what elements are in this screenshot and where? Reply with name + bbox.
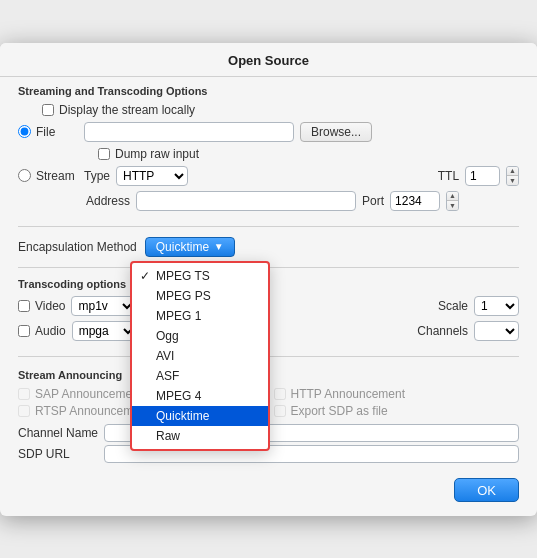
sdp-url-field-label: SDP URL [18, 447, 98, 461]
audio-checkbox-label[interactable]: Audio [18, 324, 66, 338]
http-announcement-label[interactable]: HTTP Announcement [274, 387, 520, 401]
display-stream-row: Display the stream locally [18, 103, 519, 117]
channel-name-field-label: Channel Name [18, 426, 98, 440]
stream-row: Stream Type HTTP UDP RTP TTL ▲ ▼ [18, 166, 519, 186]
http-announcement-checkbox[interactable] [274, 388, 286, 400]
display-stream-label[interactable]: Display the stream locally [42, 103, 195, 117]
address-input[interactable] [136, 191, 356, 211]
dropdown-item-mpeg-4[interactable]: MPEG 4 [132, 386, 268, 406]
dropdown-item-ogg[interactable]: Ogg [132, 326, 268, 346]
encapsulation-select-button[interactable]: Quicktime ▼ [145, 237, 235, 257]
streaming-section-title: Streaming and Transcoding Options [18, 85, 519, 97]
streaming-section: Streaming and Transcoding Options Displa… [0, 77, 537, 220]
file-row: File Browse... [18, 122, 519, 142]
export-sdp-checkbox[interactable] [274, 405, 286, 417]
file-radio-label[interactable]: File [18, 125, 78, 139]
video-codec-select[interactable]: mp1v [71, 296, 136, 316]
port-input[interactable] [390, 191, 440, 211]
ttl-input[interactable] [465, 166, 500, 186]
port-label: Port [362, 194, 384, 208]
bottom-row: OK [0, 470, 537, 502]
ttl-down[interactable]: ▼ [507, 176, 518, 185]
dump-raw-label[interactable]: Dump raw input [98, 147, 199, 161]
scale-select[interactable]: 1 [474, 296, 519, 316]
divider-1 [18, 226, 519, 227]
stream-radio[interactable] [18, 169, 31, 182]
address-label: Address [86, 194, 130, 208]
export-sdp-label[interactable]: Export SDP as file [274, 404, 520, 418]
audio-codec-select[interactable]: mpga [72, 321, 137, 341]
dropdown-item-avi[interactable]: AVI [132, 346, 268, 366]
browse-button[interactable]: Browse... [300, 122, 372, 142]
encapsulation-row: Encapsulation Method Quicktime ▼ MPEG TS… [0, 233, 537, 261]
dropdown-item-mpeg-ps[interactable]: MPEG PS [132, 286, 268, 306]
port-stepper[interactable]: ▲ ▼ [446, 191, 459, 211]
dropdown-item-mpeg-1[interactable]: MPEG 1 [132, 306, 268, 326]
type-label: Type [84, 169, 110, 183]
dump-raw-checkbox[interactable] [98, 148, 110, 160]
ttl-up[interactable]: ▲ [507, 167, 518, 177]
audio-checkbox[interactable] [18, 325, 30, 337]
sap-checkbox[interactable] [18, 388, 30, 400]
encapsulation-label: Encapsulation Method [18, 240, 137, 254]
address-row: Address Port ▲ ▼ [18, 191, 519, 211]
dialog-title: Open Source [0, 43, 537, 77]
dropdown-item-raw[interactable]: Raw [132, 426, 268, 446]
file-radio[interactable] [18, 125, 31, 138]
port-up[interactable]: ▲ [447, 192, 458, 202]
dump-raw-row: Dump raw input [18, 147, 519, 161]
dropdown-item-asf[interactable]: ASF [132, 366, 268, 386]
channels-select[interactable] [474, 321, 519, 341]
ttl-stepper[interactable]: ▲ ▼ [506, 166, 519, 186]
port-down[interactable]: ▼ [447, 201, 458, 210]
channels-label: Channels [417, 324, 468, 338]
rtsp-checkbox[interactable] [18, 405, 30, 417]
video-checkbox-label[interactable]: Video [18, 299, 65, 313]
dropdown-item-mpeg-ts[interactable]: MPEG TS [132, 266, 268, 286]
dropdown-item-quicktime[interactable]: Quicktime [132, 406, 268, 426]
ok-button[interactable]: OK [454, 478, 519, 502]
display-stream-checkbox[interactable] [42, 104, 54, 116]
ttl-label: TTL [438, 169, 459, 183]
type-select[interactable]: HTTP UDP RTP [116, 166, 188, 186]
encapsulation-dropdown: MPEG TS MPEG PS MPEG 1 Ogg AVI ASF MPEG … [130, 261, 270, 451]
file-input[interactable] [84, 122, 294, 142]
stream-radio-label[interactable]: Stream [18, 169, 78, 183]
scale-label: Scale [438, 299, 468, 313]
open-source-dialog: Open Source Streaming and Transcoding Op… [0, 43, 537, 516]
video-checkbox[interactable] [18, 300, 30, 312]
